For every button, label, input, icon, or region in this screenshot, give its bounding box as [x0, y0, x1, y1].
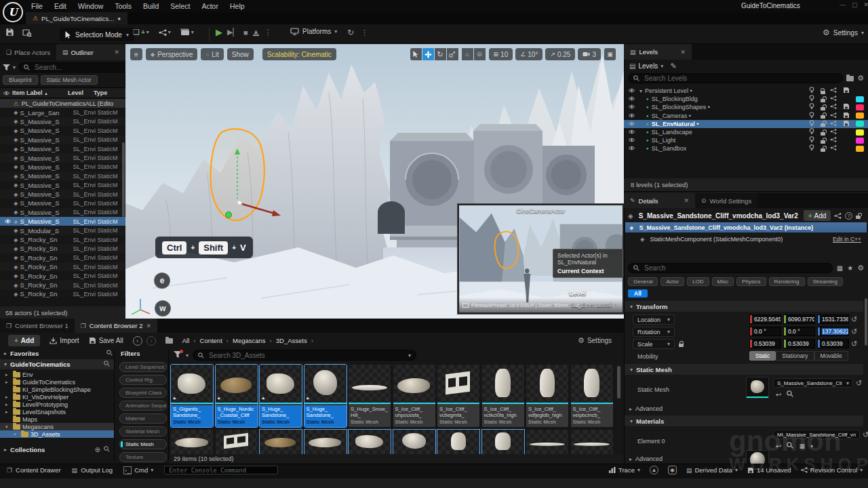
instance-row[interactable]: ◈ S_Massive_Sandstone_Cliff_vmodcha_lod3…	[625, 222, 867, 232]
advanced-toggle[interactable]: ▸Advanced	[629, 405, 663, 412]
rotate-tool[interactable]: ↻	[435, 48, 446, 60]
breadcrumb-item[interactable]: Megascans	[233, 337, 266, 344]
category-chip[interactable]: Misc	[712, 277, 734, 286]
advanced-toggle[interactable]: ▸Advanced	[629, 455, 663, 462]
blueprints-button[interactable]: ▾	[159, 29, 171, 36]
show-dropdown[interactable]: Show	[227, 48, 254, 60]
lock-icon[interactable]	[821, 132, 825, 136]
search-icon[interactable]	[104, 361, 110, 368]
asset-tile[interactable]	[393, 430, 435, 454]
asset-tile[interactable]: S_Ice_Cliff_vdfjegtdb_high Static Mesh	[526, 365, 568, 427]
reset-icon[interactable]: ↺	[851, 315, 857, 324]
grid-snap-toggle[interactable]: ⊞10	[489, 48, 513, 60]
blueprint-icon[interactable]	[830, 113, 837, 119]
display-options-icon[interactable]: ▦	[837, 264, 843, 272]
details-search[interactable]	[628, 263, 833, 273]
asset-tile[interactable]: ★ S_Huge_Sandstone_ Static Mesh	[260, 365, 302, 427]
reset-icon[interactable]: ↺	[851, 327, 857, 336]
level-row[interactable]: ● SL_Landscape	[624, 128, 868, 136]
asset-tile[interactable]: ★ S_Huge_Sandstone_ Static Mesh	[304, 365, 347, 427]
asset-search[interactable]: ▾	[193, 350, 416, 361]
edit-levels-icon[interactable]: ✎	[670, 62, 676, 70]
asset-tile[interactable]: S_Ice_Cliff_vctkci0fa_high Static Mesh	[482, 365, 524, 427]
col-item-label[interactable]: Item Label ▲	[12, 89, 68, 96]
tab-outliner[interactable]: ▤Outliner✕	[56, 44, 125, 60]
output-log-button[interactable]: ▤Output Log	[72, 466, 113, 474]
search-icon[interactable]	[106, 350, 113, 357]
save-level-icon[interactable]	[843, 87, 850, 95]
breadcrumb-item[interactable]: All	[182, 337, 190, 344]
outliner-row[interactable]: ◈ S_Massive_S SL_Envi StaticM	[0, 199, 125, 207]
asset-search-input[interactable]	[208, 351, 405, 360]
blueprint-icon[interactable]	[830, 96, 837, 102]
levels-dropdown[interactable]: ▤Levels▾	[629, 62, 663, 70]
outliner-row[interactable]: ◈ S_Massive_S SL_Envi StaticM	[0, 171, 125, 180]
staticmesh-section-header[interactable]: ▾Static Mesh	[625, 364, 863, 375]
tree-folder-row[interactable]: ▾ Megascans	[0, 423, 114, 430]
tree-folder-row[interactable]: ▸ GuideToCinematics	[0, 378, 114, 386]
outliner-row[interactable]: ◈ S_Massive_S SL_Envi StaticM	[0, 208, 125, 217]
maximize-viewport-icon[interactable]: ▣	[604, 48, 616, 60]
cmd-dropdown[interactable]: ›_Cmd▾	[123, 466, 153, 474]
save-icon[interactable]	[5, 28, 14, 37]
breadcrumb-item[interactable]: Content	[200, 337, 222, 344]
asset-tile[interactable]: S_Huge_Snow_Hill_ Static Mesh	[349, 365, 391, 427]
outliner-row[interactable]: ◈ S_Rocky_Sn SL_Envi StaticM	[0, 289, 125, 298]
asset-tile[interactable]: ★ S_Huge_Nordic_Coastal_Cliff Static Mes…	[216, 365, 258, 427]
asset-tile[interactable]	[349, 430, 391, 454]
lighting-icon[interactable]	[809, 103, 814, 111]
lock-icon[interactable]	[821, 99, 825, 102]
category-chip[interactable]: Rendering	[769, 277, 805, 286]
outliner-row[interactable]: ◈ S_Massive_S SL_Envi StaticM	[0, 117, 125, 126]
viewport-menu-icon[interactable]: ≡	[130, 48, 142, 60]
scale-tool[interactable]	[447, 48, 458, 60]
maximize-icon[interactable]: ▢	[852, 1, 858, 8]
category-chip[interactable]: Actor	[660, 277, 684, 286]
add-actor-button[interactable]: ❏+▾	[133, 28, 149, 37]
outliner-search-input[interactable]	[33, 63, 125, 72]
close-icon[interactable]: ✕	[146, 323, 152, 329]
outliner-row[interactable]: ◈ S_Rocky_Sn SL_Envi StaticM	[0, 244, 125, 253]
use-selected-icon[interactable]: ↩	[776, 391, 781, 399]
chevron-down-icon[interactable]: ▾	[13, 64, 16, 70]
transform-section-header[interactable]: ▾Transform	[625, 301, 863, 312]
screenshot-icon[interactable]: ◉	[668, 466, 677, 474]
eye-icon[interactable]	[628, 121, 635, 127]
category-chip[interactable]: Streaming	[808, 277, 843, 286]
gear-icon[interactable]: ⚙	[857, 264, 864, 272]
level-color-swatch[interactable]	[856, 146, 864, 152]
col-type[interactable]: Type	[94, 89, 107, 96]
asset-tile[interactable]	[260, 430, 302, 454]
asset-tile[interactable]	[304, 430, 347, 454]
content-browser-icon[interactable]	[22, 28, 32, 37]
world-local-toggle-icon[interactable]: ⌂	[462, 48, 473, 60]
forward-icon[interactable]: ›	[146, 336, 156, 346]
location-z-field[interactable]: 1531.73367	[817, 314, 849, 324]
save-level-icon[interactable]	[843, 103, 850, 111]
eye-icon[interactable]	[628, 137, 635, 144]
favorites-star-icon[interactable]: ★	[847, 264, 853, 272]
expand-caret-icon[interactable]: ▾	[639, 88, 642, 94]
eye-icon[interactable]	[628, 129, 635, 136]
level-color-swatch[interactable]	[856, 96, 864, 102]
details-scrollbar[interactable]	[865, 298, 867, 346]
lock-icon[interactable]	[821, 107, 825, 110]
rotation-z-field[interactable]: 137.306226	[817, 327, 849, 336]
category-chip[interactable]: LOD	[687, 277, 709, 286]
staticmesh-thumbnail[interactable]	[746, 377, 769, 399]
filter-type-chip[interactable]: Blueprint Class	[119, 388, 167, 398]
asset-tile[interactable]	[171, 430, 213, 454]
outliner-row[interactable]: ◈ S_Massive_S SL_Envi StaticM	[0, 126, 125, 135]
level-color-swatch[interactable]	[856, 113, 864, 119]
asset-tile[interactable]: ★ S_Gigantic_Sandstone_ Static Mesh	[171, 365, 213, 427]
outliner-row[interactable]: ◈ S_Massive_S SL_Envi StaticM	[0, 163, 125, 171]
lock-icon[interactable]	[856, 216, 861, 219]
scale-y-field[interactable]: 0.53039	[783, 339, 815, 348]
mobility-movable[interactable]: Movable	[814, 351, 848, 361]
browse-to-asset-icon[interactable]	[787, 442, 793, 450]
outliner-row[interactable]: ◈ S_Rocky_Sn SL_Envi StaticM	[0, 253, 125, 262]
lighting-icon[interactable]	[809, 144, 814, 152]
outliner-row[interactable]: ◈ S_Massive_S SL_Envi StaticM	[0, 190, 125, 199]
filter-type-chip[interactable]: Static Mesh	[119, 439, 167, 449]
minimize-icon[interactable]: —	[840, 1, 846, 8]
